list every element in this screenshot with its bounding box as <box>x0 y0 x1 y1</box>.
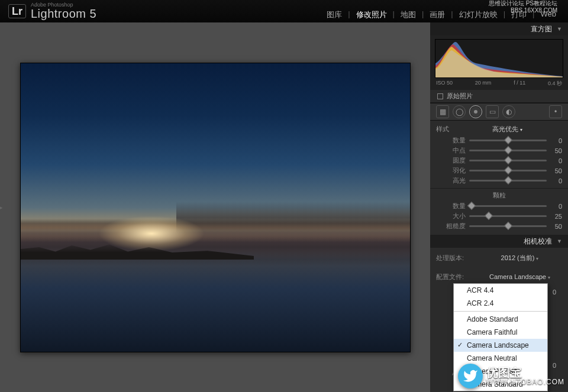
vignette-panel: 样式 高光优先 ▾ 数量0中点50圆度0羽化50高光0 颗粒 数量0大小25粗糙… <box>430 121 568 235</box>
vignette-row-2: 圆度0 <box>436 155 562 166</box>
checkbox-icon <box>437 93 443 99</box>
vignette-row-3: 羽化50 <box>436 166 562 176</box>
vignette-slider-0[interactable] <box>469 140 547 141</box>
vignette-value-0: 0 <box>550 137 562 144</box>
spot-tool[interactable]: ◯ <box>453 105 466 118</box>
vignette-row-1: 中点50 <box>436 145 562 155</box>
grain-value-1: 25 <box>550 213 562 220</box>
module-tab-5[interactable]: 打印 <box>505 9 532 20</box>
local-tool-strip: ▦◯▭◐• <box>430 103 568 121</box>
profile-option-2[interactable]: Adobe Standard <box>454 313 547 326</box>
bird-icon <box>458 364 483 388</box>
grain-row-0: 数量0 <box>436 201 562 211</box>
left-panel-handle[interactable]: ▸ <box>0 205 3 210</box>
profile-option-0[interactable]: ACR 4.4 <box>454 284 547 297</box>
grain-label-2: 粗糙度 <box>436 222 466 231</box>
vignette-slider-3[interactable] <box>469 170 547 171</box>
profile-option-1[interactable]: ACR 2.4 <box>454 297 547 310</box>
grain-slider-1[interactable] <box>469 215 547 217</box>
vignette-row-0: 数量0 <box>436 135 562 145</box>
grain-slider-0[interactable] <box>469 205 547 207</box>
module-tab-6[interactable]: Web <box>535 9 563 20</box>
module-tab-3[interactable]: 画册 <box>424 9 451 20</box>
profile-option-3[interactable]: Camera Faithful <box>454 326 547 339</box>
chevron-down-icon: ▼ <box>557 26 562 32</box>
vignette-style-select[interactable]: 高光优先 ▾ <box>453 125 562 134</box>
grain-header: 颗粒 <box>436 191 562 200</box>
logo-text: Adobe Photoshop Lightroom 5 <box>31 2 96 20</box>
module-tab-1[interactable]: 修改照片 <box>350 9 393 20</box>
module-tab-0[interactable]: 图库 <box>321 9 348 20</box>
radial-tool[interactable]: ◐ <box>502 105 515 118</box>
camera-profile-select[interactable]: Camera Landscape▾ <box>477 273 562 280</box>
vignette-label-2: 圆度 <box>436 156 466 165</box>
main-photo[interactable] <box>20 63 411 352</box>
profile-option-5[interactable]: Camera Neutral <box>454 352 547 365</box>
brush-tool[interactable]: • <box>549 105 562 118</box>
vignette-slider-1[interactable] <box>469 150 547 151</box>
module-nav: 图库|修改照片|地图|画册|幻灯片放映|打印|Web <box>321 9 562 20</box>
vignette-value-2: 0 <box>550 157 562 164</box>
watermark-bottom-right: 优图宝 WWW.UTOBAO.COM <box>458 364 564 388</box>
module-tab-4[interactable]: 幻灯片放映 <box>453 9 504 20</box>
grain-label-1: 大小 <box>436 212 466 221</box>
grain-row-2: 粗糙度50 <box>436 221 562 231</box>
chevron-down-icon: ▼ <box>557 238 562 244</box>
vignette-value-4: 0 <box>550 177 562 184</box>
vignette-slider-2[interactable] <box>469 160 547 161</box>
vignette-label-0: 数量 <box>436 136 466 145</box>
grain-slider-2[interactable] <box>469 225 547 227</box>
app-topbar: Lr Adobe Photoshop Lightroom 5 思维设计论坛 PS… <box>0 0 568 22</box>
original-photo-toggle[interactable]: 原始照片 <box>430 90 568 103</box>
vignette-slider-4[interactable] <box>469 180 547 182</box>
logo-badge: Lr <box>8 4 26 18</box>
vignette-label-4: 高光 <box>436 176 466 185</box>
vignette-label-3: 羽化 <box>436 166 466 175</box>
vignette-label-1: 中点 <box>436 146 466 155</box>
grain-value-0: 0 <box>550 203 562 210</box>
vignette-value-1: 50 <box>550 147 562 154</box>
histogram-meta: ISO 50 20 mm f / 11 0.4 秒 <box>436 80 562 88</box>
redeye-tool[interactable] <box>469 105 482 118</box>
profile-option-4[interactable]: Camera Landscape <box>454 339 547 352</box>
grain-label-0: 数量 <box>436 202 466 210</box>
vignette-row-4: 高光0 <box>436 176 562 186</box>
grain-value-2: 50 <box>550 223 562 230</box>
crop-tool[interactable]: ▦ <box>436 105 449 118</box>
panel-header-histogram[interactable]: 直方图▼ <box>430 22 568 35</box>
preview-area: ▸ <box>0 22 430 392</box>
panel-header-calibration[interactable]: 相机校准▼ <box>430 235 568 248</box>
vignette-value-3: 50 <box>550 167 562 174</box>
histogram[interactable]: ▲ ▲ ISO 50 20 mm f / 11 0.4 秒 <box>430 35 568 90</box>
grad-tool[interactable]: ▭ <box>486 105 499 118</box>
module-tab-2[interactable]: 地图 <box>395 9 422 20</box>
process-version-select[interactable]: 2012 (当前)▾ <box>477 254 562 263</box>
grain-row-1: 大小25 <box>436 211 562 221</box>
